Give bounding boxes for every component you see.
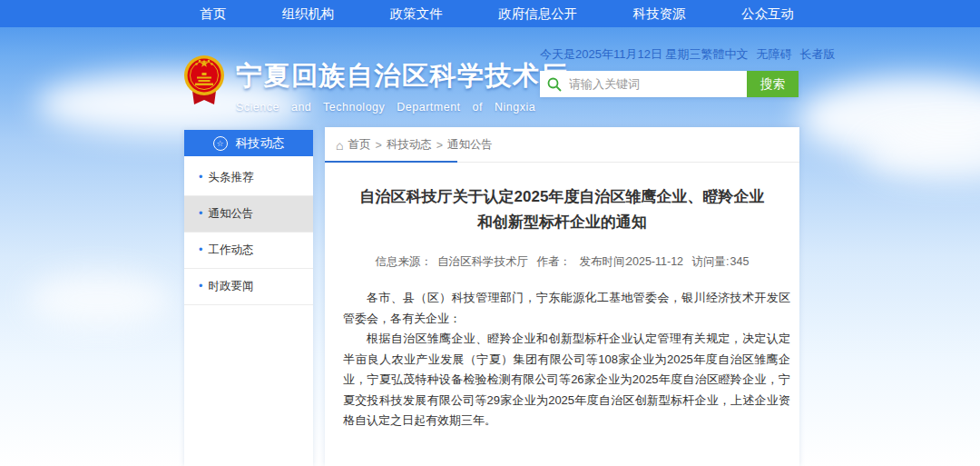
meta-views: 345: [730, 255, 750, 268]
attachments-label: 附件：: [376, 461, 411, 466]
search-button[interactable]: 搜索: [747, 71, 799, 97]
breadcrumb-sci-trends[interactable]: 科技动态: [387, 137, 432, 153]
site-subtitle: Science and Technology Department of Nin…: [236, 101, 568, 114]
bullet-icon: •: [199, 171, 202, 183]
article-title: 自治区科技厅关于认定2025年度自治区雏鹰企业、瞪羚企业 和创新型标杆企业的通知: [348, 184, 776, 235]
home-icon: ⌂: [336, 141, 343, 150]
national-emblem-logo: [183, 53, 225, 107]
sidebar-item-work-trends[interactable]: •工作动态: [184, 233, 313, 269]
sidebar-header[interactable]: ☆ 科技动态: [184, 130, 313, 156]
breadcrumb-home[interactable]: 首页: [348, 137, 370, 153]
meta-source: 自治区科学技术厅: [437, 255, 528, 268]
attachment-link-1[interactable]: 1.2025年度自治区雏鹰企业认定名单: [411, 461, 636, 466]
nav-item-organization[interactable]: 组织机构: [281, 5, 334, 23]
search-bar: 搜索: [540, 71, 799, 97]
nav-item-policy[interactable]: 政策文件: [390, 5, 443, 23]
breadcrumb: ⌂ 首页 > 科技动态 > 通知公告: [325, 127, 799, 163]
article-title-line1: 自治区科技厅关于认定2025年度自治区雏鹰企业、瞪羚企业: [348, 184, 776, 210]
link-senior-version[interactable]: 长者版: [800, 46, 836, 63]
meta-publish-label: 发布时间:: [580, 255, 628, 268]
sidebar-item-label: 通知公告: [208, 207, 253, 220]
sidebar-title: 科技动态: [236, 135, 285, 152]
sidebar-item-notices[interactable]: •通知公告: [184, 196, 313, 233]
bullet-icon: •: [199, 207, 202, 220]
language-links: 繁體中文 无障碍 长者版: [701, 46, 836, 63]
top-nav: 首页 组织机构 政策文件 政府信息公开 科技资源 公众互动: [0, 0, 980, 27]
article-paragraph: 各市、县（区）科技管理部门，宁东能源化工基地管委会，银川经济技术开发区管委会，各…: [343, 288, 790, 329]
top-nav-items: 首页 组织机构 政策文件 政府信息公开 科技资源 公众互动: [200, 5, 794, 23]
sidebar-item-headlines[interactable]: •头条推荐: [184, 160, 313, 196]
meta-author-label: 作者：: [537, 255, 572, 268]
article-meta: 信息来源：自治区科学技术厅 作者： 发布时间:2025-11-12 访问量:34…: [325, 254, 799, 270]
nav-item-home[interactable]: 首页: [200, 5, 226, 23]
site-brand: 宁夏回族自治区科学技术厅 Science and Technology Depa…: [183, 53, 568, 114]
link-accessibility[interactable]: 无障碍: [757, 46, 792, 63]
meta-views-label: 访问量:: [692, 255, 730, 268]
meta-source-label: 信息来源：: [376, 255, 433, 268]
brand-text: 宁夏回族自治区科学技术厅 Science and Technology Depa…: [236, 53, 568, 114]
sidebar-item-label: 工作动态: [208, 243, 253, 256]
nav-item-gov-info[interactable]: 政府信息公开: [498, 5, 577, 23]
current-date: 今天是2025年11月12日 星期三: [540, 46, 701, 63]
link-traditional-chinese[interactable]: 繁體中文: [701, 46, 749, 63]
search-icon: [547, 77, 562, 92]
attachments-section: 附件： 1.2025年度自治区雏鹰企业认定名单 2.2025年度自治区瞪羚企业认…: [376, 461, 799, 466]
nav-item-public-interaction[interactable]: 公众互动: [741, 5, 794, 23]
attachments-list: 1.2025年度自治区雏鹰企业认定名单 2.2025年度自治区瞪羚企业认定名单 …: [411, 461, 636, 466]
breadcrumb-separator: >: [375, 139, 381, 152]
nav-item-sci-resources[interactable]: 科技资源: [633, 5, 686, 23]
bullet-icon: •: [199, 243, 202, 256]
site-title: 宁夏回族自治区科学技术厅: [236, 58, 568, 94]
article-body: 各市、县（区）科技管理部门，宁东能源化工基地管委会，银川经济技术开发区管委会，各…: [343, 288, 790, 431]
star-circle-icon: ☆: [213, 136, 228, 151]
sidebar-item-label: 时政要闻: [208, 280, 253, 292]
bullet-icon: •: [199, 280, 202, 292]
cloud: [27, 273, 172, 327]
header-utility: 今天是2025年11月12日 星期三 繁體中文 无障碍 长者版 搜索: [540, 46, 799, 97]
sidebar-item-politics-news[interactable]: •时政要闻: [184, 269, 313, 305]
sidebar: ☆ 科技动态 •头条推荐 •通知公告 •工作动态 •时政要闻: [184, 130, 313, 466]
search-input[interactable]: [540, 71, 747, 97]
main-panel: ⌂ 首页 > 科技动态 > 通知公告 自治区科技厅关于认定2025年度自治区雏鹰…: [325, 127, 799, 466]
article-paragraph: 根据自治区雏鹰企业、瞪羚企业和创新型标杆企业认定管理有关规定，决定认定半亩良人农…: [343, 329, 790, 431]
sidebar-menu: •头条推荐 •通知公告 •工作动态 •时政要闻: [184, 160, 313, 305]
breadcrumb-notices[interactable]: 通知公告: [447, 137, 493, 153]
meta-publish-date: 2025-11-12: [626, 255, 683, 268]
utility-links-row: 今天是2025年11月12日 星期三 繁體中文 无障碍 长者版: [540, 46, 799, 63]
breadcrumb-separator: >: [436, 139, 443, 152]
page: 首页 组织机构 政策文件 政府信息公开 科技资源 公众互动 宁夏回族自治区科学技…: [0, 0, 980, 466]
sidebar-item-label: 头条推荐: [208, 171, 253, 183]
article-title-line2: 和创新型标杆企业的通知: [348, 210, 776, 235]
content-area: ☆ 科技动态 •头条推荐 •通知公告 •工作动态 •时政要闻 ⌂ 首页 > 科技…: [184, 127, 799, 466]
